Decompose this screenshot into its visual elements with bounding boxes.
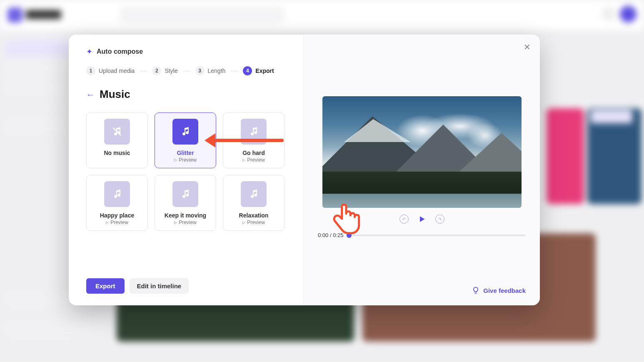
step-separator	[230, 71, 238, 71]
modal-right-panel: ✕ ↶ ↷ 0:00 / 0:25 Give feedback	[303, 35, 540, 305]
progress-track[interactable]	[349, 235, 526, 236]
step-number: 2	[152, 66, 161, 75]
feature-header: ✦ Auto compose	[86, 47, 291, 56]
edit-timeline-button[interactable]: Edit in timeline	[130, 278, 189, 294]
music-tile-no-music[interactable]: No music	[86, 112, 148, 168]
music-note-icon	[172, 181, 198, 207]
step-label: Upload media	[99, 67, 135, 74]
music-grid: No musicGlitter▷PreviewGo hard▷PreviewHa…	[86, 112, 291, 231]
video-preview[interactable]	[322, 96, 522, 208]
mute-icon	[104, 119, 130, 145]
lightbulb-icon	[472, 286, 480, 295]
music-note-icon	[172, 119, 198, 145]
sparkle-icon: ✦	[86, 47, 92, 56]
music-tile-relaxation[interactable]: Relaxation▷Preview	[223, 175, 285, 231]
give-feedback-label: Give feedback	[483, 287, 526, 294]
wizard-steps: 1Upload media2Style3Length4Export	[86, 66, 291, 75]
back-arrow-icon[interactable]: ←	[86, 90, 95, 99]
music-tile-name: Glitter	[177, 150, 194, 156]
skip-back-button[interactable]: ↶	[399, 215, 409, 224]
step-separator	[183, 71, 190, 71]
music-tile-name: No music	[104, 150, 130, 156]
step-number: 1	[86, 66, 95, 75]
play-button[interactable]	[418, 215, 426, 223]
music-tile-go-hard[interactable]: Go hard▷Preview	[223, 112, 285, 168]
music-tile-name: Happy place	[100, 212, 134, 219]
timeline-row: 0:00 / 0:25	[318, 232, 526, 238]
auto-compose-modal: ✦ Auto compose 1Upload media2Style3Lengt…	[69, 35, 540, 305]
music-tile-glitter[interactable]: Glitter▷Preview	[155, 112, 216, 168]
step-label: Style	[165, 67, 177, 74]
wizard-step-style[interactable]: 2Style	[152, 66, 177, 75]
player-controls: ↶ ↷	[318, 215, 526, 224]
preview-label: Preview	[247, 220, 265, 225]
preview-label: Preview	[110, 220, 128, 225]
music-tile-name: Keep it moving	[165, 212, 206, 219]
wizard-step-upload-media[interactable]: 1Upload media	[86, 66, 135, 75]
action-row: Export Edit in timeline	[86, 268, 291, 294]
feature-title: Auto compose	[97, 48, 143, 55]
preview-label: Preview	[179, 220, 197, 225]
step-number: 3	[195, 66, 205, 75]
close-button[interactable]: ✕	[524, 42, 531, 52]
play-icon: ▷	[174, 220, 177, 225]
modal-left-panel: ✦ Auto compose 1Upload media2Style3Lengt…	[69, 35, 303, 305]
preview-button[interactable]: ▷Preview	[242, 157, 265, 163]
progress-thumb[interactable]	[347, 233, 352, 238]
wizard-step-length[interactable]: 3Length	[195, 66, 226, 75]
section-heading: ← Music	[86, 88, 291, 101]
play-icon: ▷	[242, 158, 245, 162]
step-label: Length	[208, 67, 226, 74]
step-number: 4	[243, 66, 252, 75]
give-feedback-link[interactable]: Give feedback	[472, 286, 526, 295]
music-note-icon	[241, 119, 267, 145]
music-tile-name: Go hard	[242, 150, 265, 156]
music-note-icon	[104, 181, 130, 207]
play-icon: ▷	[242, 220, 245, 225]
play-icon: ▷	[174, 158, 177, 162]
preview-button[interactable]: ▷Preview	[242, 220, 265, 225]
music-tile-happy-place[interactable]: Happy place▷Preview	[86, 175, 148, 231]
music-tile-name: Relaxation	[239, 212, 269, 219]
music-note-icon	[241, 181, 267, 207]
preview-button[interactable]: ▷Preview	[174, 157, 197, 163]
wizard-step-export[interactable]: 4Export	[243, 66, 274, 75]
play-icon: ▷	[106, 220, 109, 225]
music-tile-keep-moving[interactable]: Keep it moving▷Preview	[155, 175, 216, 231]
step-separator	[140, 71, 147, 71]
preview-label: Preview	[247, 157, 265, 163]
step-label: Export	[255, 67, 274, 74]
export-button[interactable]: Export	[86, 278, 125, 294]
preview-button[interactable]: ▷Preview	[174, 220, 197, 225]
section-title: Music	[100, 88, 130, 101]
skip-forward-button[interactable]: ↷	[435, 215, 444, 224]
playback-time: 0:00 / 0:25	[318, 232, 343, 238]
preview-button[interactable]: ▷Preview	[106, 220, 128, 225]
preview-label: Preview	[179, 157, 197, 163]
